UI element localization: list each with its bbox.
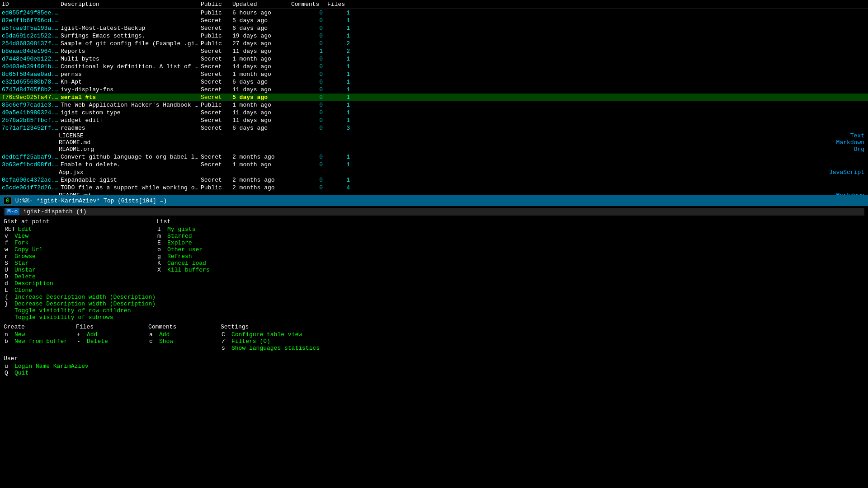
user-title: User (4, 355, 864, 362)
menu-item[interactable]: rBrowse (4, 253, 156, 260)
sub-file-row[interactable]: README.org Org (59, 146, 866, 153)
bottom-item[interactable]: aAdd (148, 331, 221, 338)
bottom-key: b (5, 338, 12, 345)
menu-item[interactable]: SStar (4, 260, 156, 267)
status-bar: 0 U:%%- *igist-KarimAziev* Top (Gists[10… (0, 195, 868, 206)
sub-file-row[interactable]: README.md Markdown (59, 192, 866, 195)
menu-item[interactable]: fFork (4, 239, 156, 246)
list-col: List lMy gistsmStarredEExploreoOther use… (156, 218, 301, 321)
table-row[interactable]: a5fcae3f5a193a... Igist-Most-Latest-Back… (0, 24, 868, 32)
bottom-label: Filters (0) (231, 338, 270, 345)
menu-label: Toggle visibility of subrows (14, 314, 113, 321)
table-row[interactable]: c5da691c2c1522... Surfings Emacs setting… (0, 32, 868, 40)
table-row[interactable]: b8eaac84de1964... Reports Secret 11 days… (0, 47, 868, 55)
menu-key: d (5, 280, 12, 287)
gist-updated: 2 months ago (232, 154, 291, 160)
menu-item[interactable]: XKill buffers (156, 267, 301, 273)
gist-files: 1 (327, 102, 354, 108)
menu-item[interactable]: Toggle visibility of row children (4, 307, 156, 314)
user-key: Q (5, 370, 12, 376)
menu-item[interactable]: }Decrease Description width (Description… (4, 300, 156, 307)
user-item[interactable]: uLogin Name KarimAziev (4, 363, 864, 370)
table-row[interactable]: 7c71af123452ff... readmes Secret 6 days … (0, 124, 868, 132)
gist-id: c5cde061f72d26... (2, 184, 61, 191)
bottom-item[interactable]: bNew from buffer (4, 338, 76, 345)
bottom-item[interactable]: /Filters (0) (221, 338, 321, 345)
menu-item[interactable]: RETEdit (4, 226, 156, 233)
menu-item[interactable]: gRefresh (156, 253, 301, 260)
bottom-item[interactable]: -Delete (76, 338, 148, 345)
table-row[interactable]: f76c9ec025fa47... serial #ts Secret 5 da… (0, 94, 868, 101)
menu-key: r (5, 253, 12, 260)
menu-item[interactable]: DDelete (4, 273, 156, 280)
status-mode: U:%%- *igist-KarimAziev* Top (Gists[104]… (15, 197, 167, 204)
menu-item[interactable]: oOther user (156, 246, 301, 253)
menu-item[interactable]: mStarred (156, 233, 301, 239)
menu-label: Toggle visibility of row children (14, 307, 131, 314)
table-row[interactable]: ed055f249f85ee... Public 6 hours ago 0 1 (0, 9, 868, 17)
table-row[interactable]: 2b78a2b85ffbcf... widget edit+ Secret 11… (0, 117, 868, 124)
gist-public: Secret (201, 94, 232, 101)
table-row[interactable]: 3b63ef1bcd08fd... Enable to delete. Secr… (0, 161, 868, 169)
bottom-item[interactable]: cShow (148, 338, 221, 345)
gist-comments: 0 (291, 17, 327, 24)
table-row[interactable]: 8c65f584aae0ad... pernss Secret 1 month … (0, 70, 868, 78)
gist-desc: widget edit+ (61, 117, 201, 124)
table-row[interactable]: d7448e490eb122... Multi bytes Secret 1 m… (0, 55, 868, 63)
gist-files: 4 (327, 184, 354, 191)
sub-file-row[interactable]: README.md Markdown (59, 139, 866, 146)
create-col: Create nNewbNew from buffer (4, 324, 76, 352)
bottom-item[interactable]: sShow languages statistics (221, 345, 321, 352)
gist-id: 2b78a2b85ffbcf... (2, 117, 61, 124)
menu-item[interactable]: EExplore (156, 239, 301, 246)
menu-item[interactable]: wCopy Url (4, 246, 156, 253)
table-row[interactable]: 85c6ef97cadie3... The Web Application Ha… (0, 101, 868, 109)
gist-desc: Conditional key definition. A list of fo… (61, 63, 201, 70)
menu-item[interactable]: KCancel load (156, 260, 301, 267)
dispatch-key[interactable]: M-o (5, 208, 19, 215)
table-row[interactable]: 6747d84705f8b2... ivy-display-fns Secret… (0, 86, 868, 94)
table-row[interactable]: c5cde061f72d26... TODO file as a support… (0, 184, 868, 192)
menu-item[interactable]: vView (4, 233, 156, 239)
gist-id: b8eaac84de1964... (2, 48, 61, 55)
gist-id: 8c65f584aae0ad... (2, 71, 61, 78)
gist-id: c5da691c2c1522... (2, 33, 61, 39)
bottom-key: C (222, 331, 229, 338)
bottom-item[interactable]: nNew (4, 331, 76, 338)
user-label: Quit (14, 370, 28, 376)
menu-item[interactable]: LClone (4, 287, 156, 294)
table-row[interactable]: e321d655680b78... Kn-Apt Secret 6 days a… (0, 78, 868, 86)
gist-updated: 6 days ago (232, 79, 291, 85)
menu-item[interactable]: Toggle visibility of subrows (4, 314, 156, 321)
sub-file-row[interactable]: App.jsx JavaScript (59, 169, 866, 176)
table-row[interactable]: dedb1ff25abaf9... Convert github languag… (0, 153, 868, 161)
gist-public: Secret (201, 48, 232, 55)
table-row[interactable]: 40a5e41b980324... igist custom type Secr… (0, 109, 868, 117)
table-row[interactable]: 40403eb391601b... Conditional key defini… (0, 63, 868, 70)
table-row[interactable]: 82e4f1b6f766cd... Secret 5 days ago 0 1 (0, 17, 868, 24)
table-row[interactable]: 254d868308137f... Sample of git config f… (0, 40, 868, 47)
menu-key: S (5, 260, 12, 267)
gist-updated: 6 days ago (232, 25, 291, 32)
gist-comments: 0 (291, 86, 327, 93)
bottom-item[interactable]: CConfigure table view (221, 331, 321, 338)
menu-label: My gists (167, 226, 195, 233)
menu-label: View (14, 233, 28, 239)
menu-item[interactable]: UUnstar (4, 267, 156, 273)
gist-comments: 0 (291, 94, 327, 101)
table-row[interactable]: 0cfa606c4372ac... Expandable igist Secre… (0, 176, 868, 184)
gist-files: 1 (327, 71, 354, 78)
create-items: nNewbNew from buffer (4, 331, 76, 345)
menu-item[interactable]: {Increase Description width (Description… (4, 294, 156, 300)
menu-item[interactable]: dDescription (4, 280, 156, 287)
menu-item[interactable]: lMy gists (156, 226, 301, 233)
gist-public: Secret (201, 56, 232, 62)
status-number: 0 (4, 197, 12, 205)
bottom-item[interactable]: +Add (76, 331, 148, 338)
gist-id: 40403eb391601b... (2, 63, 61, 70)
user-item[interactable]: QQuit (4, 370, 864, 376)
sub-file-row[interactable]: LICENSE Text (59, 132, 866, 139)
gist-comments: 0 (291, 71, 327, 78)
gist-updated: 1 month ago (232, 56, 291, 62)
gist-files: 1 (327, 33, 354, 39)
